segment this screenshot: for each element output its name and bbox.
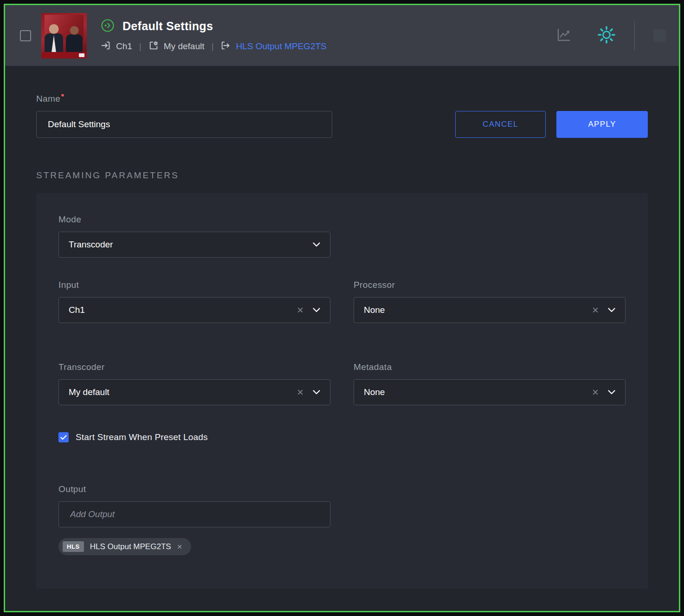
transcoder-select[interactable]: My default × xyxy=(58,379,330,405)
anchor-right xyxy=(66,26,83,53)
start-stream-checkbox-row[interactable]: Start Stream When Preset Loads xyxy=(58,432,626,442)
stream-preview-thumbnail xyxy=(41,13,87,58)
apply-button[interactable]: APPLY xyxy=(556,111,648,138)
transcoder-label: Transcoder xyxy=(58,362,330,372)
stream-status-icon xyxy=(101,19,115,34)
clear-icon[interactable]: × xyxy=(592,305,599,316)
chart-icon xyxy=(555,26,572,45)
mode-select[interactable]: Transcoder xyxy=(58,232,330,258)
metadata-select[interactable]: None × xyxy=(354,379,626,405)
name-row: CANCEL APPLY xyxy=(36,111,648,138)
select-checkbox[interactable] xyxy=(20,30,31,41)
transcoder-preset-icon xyxy=(148,40,159,53)
add-output-input[interactable] xyxy=(58,501,330,527)
title-block: Default Settings Ch1 | xyxy=(101,19,327,53)
chevron-down-icon xyxy=(313,242,320,247)
input-icon xyxy=(101,40,111,53)
input-value: Ch1 xyxy=(69,305,297,315)
input-label: Input xyxy=(58,280,330,290)
breadcrumb-separator: | xyxy=(138,41,143,52)
clear-icon[interactable]: × xyxy=(297,387,303,398)
start-stream-label: Start Stream When Preset Loads xyxy=(76,432,208,442)
mode-label: Mode xyxy=(58,214,330,225)
input-select[interactable]: Ch1 × xyxy=(58,297,330,323)
processor-select[interactable]: None × xyxy=(354,297,626,323)
header-divider xyxy=(634,21,635,51)
header-actions xyxy=(555,21,666,51)
transcoder-value: My default xyxy=(69,387,297,397)
name-input[interactable] xyxy=(36,111,332,138)
processor-label: Processor xyxy=(354,280,626,290)
metadata-field: Metadata None × xyxy=(354,362,626,405)
metadata-label: Metadata xyxy=(354,362,626,372)
clear-icon[interactable]: × xyxy=(297,305,303,316)
output-chip-label: HLS Output MPEG2TS xyxy=(90,542,171,551)
start-stream-checkbox[interactable] xyxy=(58,432,69,442)
transcoder-field: Transcoder My default × xyxy=(58,362,330,405)
required-marker: • xyxy=(61,90,64,100)
settings-window: Default Settings Ch1 | xyxy=(4,4,680,612)
mode-value: Transcoder xyxy=(69,240,313,250)
output-chip: HLS HLS Output MPEG2TS × xyxy=(58,538,191,555)
breadcrumb-transcoder[interactable]: My default xyxy=(164,41,205,52)
settings-content: Name• CANCEL APPLY STREAMING PARAMETERS … xyxy=(5,66,679,611)
output-icon xyxy=(220,40,231,53)
chevron-down-icon xyxy=(608,390,615,395)
lower-third-strip xyxy=(41,52,87,58)
anchor-left xyxy=(45,24,63,53)
breadcrumb-output-link[interactable]: HLS Output MPEG2TS xyxy=(236,41,326,52)
clear-icon[interactable]: × xyxy=(592,387,599,398)
streaming-parameters-panel: Mode Transcoder Input Ch1 × xyxy=(36,193,648,589)
input-field: Input Ch1 × xyxy=(58,280,330,323)
statistics-button[interactable] xyxy=(555,26,572,45)
mode-field: Mode Transcoder xyxy=(58,214,330,258)
check-icon xyxy=(60,435,67,440)
page-title: Default Settings xyxy=(123,19,213,33)
chevron-down-icon xyxy=(313,308,320,312)
collapse-toggle-button[interactable] xyxy=(653,29,666,42)
name-label: Name• xyxy=(36,94,648,104)
chip-remove-icon[interactable]: × xyxy=(177,542,182,551)
chevron-down-icon xyxy=(608,308,615,312)
processor-value: None xyxy=(364,305,592,315)
breadcrumb-input[interactable]: Ch1 xyxy=(116,41,132,52)
cancel-button[interactable]: CANCEL xyxy=(455,111,546,138)
processor-field: Processor None × xyxy=(354,280,626,323)
chevron-down-icon xyxy=(313,390,320,395)
breadcrumb: Ch1 | My default | xyxy=(101,40,327,53)
streaming-parameters-heading: STREAMING PARAMETERS xyxy=(36,170,648,181)
breadcrumb-separator: | xyxy=(210,41,215,52)
settings-button[interactable] xyxy=(597,26,616,45)
output-label: Output xyxy=(58,484,626,494)
gear-icon xyxy=(597,26,616,45)
header-bar: Default Settings Ch1 | xyxy=(5,5,679,66)
hls-badge: HLS xyxy=(63,541,84,552)
metadata-value: None xyxy=(364,387,592,397)
output-field: Output xyxy=(58,484,626,527)
